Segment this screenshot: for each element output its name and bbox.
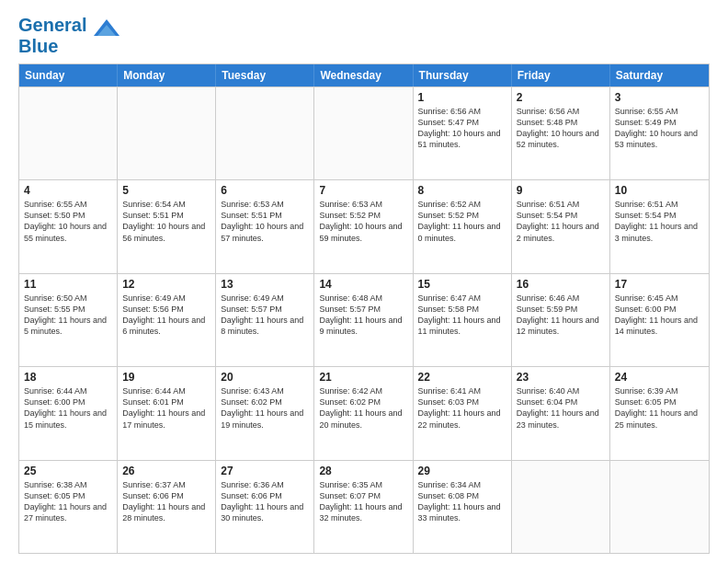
col-header-sunday: Sunday <box>19 64 118 86</box>
week-row-5: 25Sunrise: 6:38 AMSunset: 6:05 PMDayligh… <box>19 460 709 553</box>
day-number: 2 <box>517 91 605 104</box>
logo-general: General <box>18 15 86 35</box>
calendar-cell: 21Sunrise: 6:42 AMSunset: 6:02 PMDayligh… <box>314 367 413 459</box>
day-number: 1 <box>418 91 506 104</box>
calendar-cell: 25Sunrise: 6:38 AMSunset: 6:05 PMDayligh… <box>19 461 118 553</box>
cell-info: Sunrise: 6:42 AMSunset: 6:02 PMDaylight:… <box>319 385 407 431</box>
day-number: 15 <box>418 278 506 291</box>
calendar-cell: 10Sunrise: 6:51 AMSunset: 5:54 PMDayligh… <box>610 180 709 272</box>
calendar-cell: 13Sunrise: 6:49 AMSunset: 5:57 PMDayligh… <box>216 274 314 366</box>
week-row-1: 1Sunrise: 6:56 AMSunset: 5:47 PMDaylight… <box>19 86 709 179</box>
logo-icon <box>94 17 119 36</box>
cell-info: Sunrise: 6:45 AMSunset: 6:00 PMDaylight:… <box>615 293 704 338</box>
cell-info: Sunrise: 6:51 AMSunset: 5:54 PMDaylight:… <box>517 199 605 244</box>
calendar-cell: 3Sunrise: 6:55 AMSunset: 5:49 PMDaylight… <box>610 87 709 179</box>
cell-info: Sunrise: 6:53 AMSunset: 5:52 PMDaylight:… <box>319 199 407 244</box>
day-number: 28 <box>319 465 407 477</box>
day-number: 10 <box>615 184 704 197</box>
calendar-body: 1Sunrise: 6:56 AMSunset: 5:47 PMDaylight… <box>19 86 709 553</box>
col-header-tuesday: Tuesday <box>216 64 314 86</box>
day-number: 8 <box>418 184 506 197</box>
day-number: 16 <box>517 278 605 291</box>
cell-info: Sunrise: 6:50 AMSunset: 5:55 PMDaylight:… <box>24 293 112 338</box>
calendar-cell <box>610 461 709 553</box>
calendar-cell: 19Sunrise: 6:44 AMSunset: 6:01 PMDayligh… <box>118 367 216 459</box>
cell-info: Sunrise: 6:36 AMSunset: 6:06 PMDaylight:… <box>221 479 309 524</box>
day-number: 20 <box>221 371 309 384</box>
calendar-cell: 6Sunrise: 6:53 AMSunset: 5:51 PMDaylight… <box>216 180 314 272</box>
logo-blue: Blue <box>18 36 119 56</box>
col-header-saturday: Saturday <box>610 64 709 86</box>
calendar-cell: 29Sunrise: 6:34 AMSunset: 6:08 PMDayligh… <box>414 461 512 553</box>
calendar-cell: 18Sunrise: 6:44 AMSunset: 6:00 PMDayligh… <box>19 367 118 459</box>
calendar-cell <box>512 461 610 553</box>
col-header-friday: Friday <box>512 64 610 86</box>
calendar-cell: 7Sunrise: 6:53 AMSunset: 5:52 PMDaylight… <box>314 180 413 272</box>
cell-info: Sunrise: 6:55 AMSunset: 5:50 PMDaylight:… <box>24 199 112 244</box>
week-row-2: 4Sunrise: 6:55 AMSunset: 5:50 PMDaylight… <box>19 179 709 272</box>
cell-info: Sunrise: 6:51 AMSunset: 5:54 PMDaylight:… <box>615 199 704 244</box>
calendar-cell: 15Sunrise: 6:47 AMSunset: 5:58 PMDayligh… <box>414 274 512 366</box>
week-row-4: 18Sunrise: 6:44 AMSunset: 6:00 PMDayligh… <box>19 366 709 459</box>
calendar-cell <box>314 87 413 179</box>
cell-info: Sunrise: 6:54 AMSunset: 5:51 PMDaylight:… <box>122 199 210 244</box>
day-number: 17 <box>615 278 704 291</box>
day-number: 21 <box>319 371 407 384</box>
calendar-cell <box>118 87 216 179</box>
day-number: 12 <box>122 278 210 291</box>
calendar-cell: 1Sunrise: 6:56 AMSunset: 5:47 PMDaylight… <box>414 87 512 179</box>
calendar-cell: 11Sunrise: 6:50 AMSunset: 5:55 PMDayligh… <box>19 274 118 366</box>
day-number: 29 <box>418 465 506 477</box>
day-number: 27 <box>221 465 309 477</box>
cell-info: Sunrise: 6:37 AMSunset: 6:06 PMDaylight:… <box>122 479 210 524</box>
calendar-cell: 4Sunrise: 6:55 AMSunset: 5:50 PMDaylight… <box>19 180 118 272</box>
calendar-cell: 27Sunrise: 6:36 AMSunset: 6:06 PMDayligh… <box>216 461 314 553</box>
cell-info: Sunrise: 6:35 AMSunset: 6:07 PMDaylight:… <box>319 479 407 524</box>
cell-info: Sunrise: 6:39 AMSunset: 6:05 PMDaylight:… <box>615 385 704 431</box>
cell-info: Sunrise: 6:52 AMSunset: 5:52 PMDaylight:… <box>418 199 506 244</box>
week-row-3: 11Sunrise: 6:50 AMSunset: 5:55 PMDayligh… <box>19 273 709 366</box>
page: General Blue SundayMondayTuesdayWednesda… <box>0 0 728 563</box>
calendar-cell: 26Sunrise: 6:37 AMSunset: 6:06 PMDayligh… <box>118 461 216 553</box>
calendar: SundayMondayTuesdayWednesdayThursdayFrid… <box>18 63 710 554</box>
cell-info: Sunrise: 6:48 AMSunset: 5:57 PMDaylight:… <box>319 293 407 338</box>
cell-info: Sunrise: 6:49 AMSunset: 5:56 PMDaylight:… <box>122 293 210 338</box>
cell-info: Sunrise: 6:44 AMSunset: 6:01 PMDaylight:… <box>122 385 210 431</box>
col-header-thursday: Thursday <box>414 64 512 86</box>
day-number: 25 <box>24 465 112 477</box>
calendar-cell: 22Sunrise: 6:41 AMSunset: 6:03 PMDayligh… <box>414 367 512 459</box>
day-number: 26 <box>122 465 210 477</box>
day-number: 11 <box>24 278 112 291</box>
day-number: 18 <box>24 371 112 384</box>
cell-info: Sunrise: 6:55 AMSunset: 5:49 PMDaylight:… <box>615 106 704 151</box>
header: General Blue <box>18 15 710 56</box>
cell-info: Sunrise: 6:49 AMSunset: 5:57 PMDaylight:… <box>221 293 309 338</box>
day-number: 9 <box>517 184 605 197</box>
calendar-cell: 28Sunrise: 6:35 AMSunset: 6:07 PMDayligh… <box>314 461 413 553</box>
cell-info: Sunrise: 6:38 AMSunset: 6:05 PMDaylight:… <box>24 479 112 524</box>
calendar-cell: 16Sunrise: 6:46 AMSunset: 5:59 PMDayligh… <box>512 274 610 366</box>
col-header-wednesday: Wednesday <box>314 64 413 86</box>
calendar-cell: 9Sunrise: 6:51 AMSunset: 5:54 PMDaylight… <box>512 180 610 272</box>
calendar-cell: 8Sunrise: 6:52 AMSunset: 5:52 PMDaylight… <box>414 180 512 272</box>
day-number: 22 <box>418 371 506 384</box>
day-number: 4 <box>24 184 112 197</box>
cell-info: Sunrise: 6:34 AMSunset: 6:08 PMDaylight:… <box>418 479 506 524</box>
day-number: 14 <box>319 278 407 291</box>
calendar-cell <box>19 87 118 179</box>
col-header-monday: Monday <box>118 64 216 86</box>
calendar-cell: 20Sunrise: 6:43 AMSunset: 6:02 PMDayligh… <box>216 367 314 459</box>
day-number: 6 <box>221 184 309 197</box>
cell-info: Sunrise: 6:41 AMSunset: 6:03 PMDaylight:… <box>418 385 506 431</box>
calendar-cell: 5Sunrise: 6:54 AMSunset: 5:51 PMDaylight… <box>118 180 216 272</box>
calendar-cell <box>216 87 314 179</box>
cell-info: Sunrise: 6:43 AMSunset: 6:02 PMDaylight:… <box>221 385 309 431</box>
day-number: 19 <box>122 371 210 384</box>
cell-info: Sunrise: 6:56 AMSunset: 5:48 PMDaylight:… <box>517 106 605 151</box>
day-number: 23 <box>517 371 605 384</box>
calendar-cell: 23Sunrise: 6:40 AMSunset: 6:04 PMDayligh… <box>512 367 610 459</box>
day-number: 7 <box>319 184 407 197</box>
logo: General Blue <box>18 15 119 56</box>
day-number: 24 <box>615 371 704 384</box>
cell-info: Sunrise: 6:46 AMSunset: 5:59 PMDaylight:… <box>517 293 605 338</box>
